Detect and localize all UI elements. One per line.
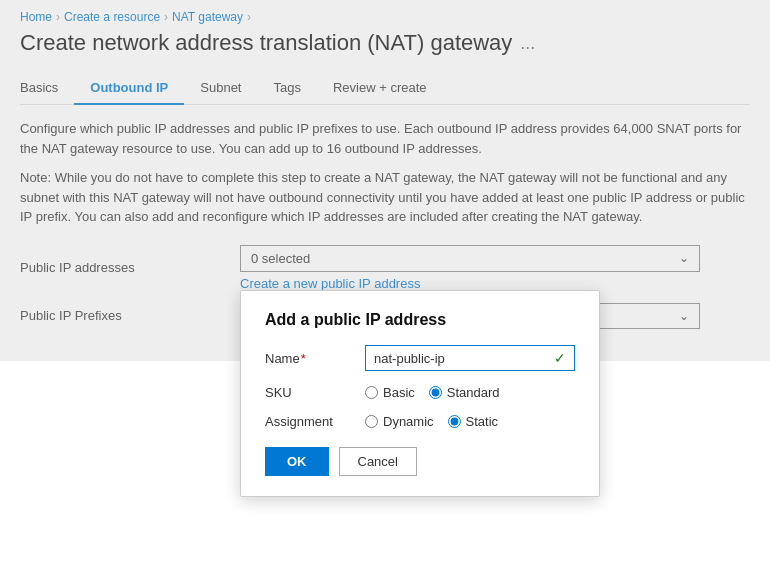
sku-standard-option[interactable]: Standard [429,385,500,400]
dialog-sku-field: SKU Basic Standard [265,385,575,400]
sku-basic-option[interactable]: Basic [365,385,415,400]
sku-standard-label: Standard [447,385,500,400]
assignment-static-label: Static [466,414,499,429]
dialog-actions: OK Cancel [265,447,575,476]
dialog-name-input[interactable]: nat-public-ip ✓ [365,345,575,371]
page-container: Home › Create a resource › NAT gateway ›… [0,0,770,361]
ok-button[interactable]: OK [265,447,329,476]
dialog-title: Add a public IP address [265,311,575,329]
add-public-ip-dialog: Add a public IP address Name* nat-public… [240,290,600,497]
sku-standard-radio[interactable] [429,386,442,399]
dialog-name-field: Name* nat-public-ip ✓ [265,345,575,371]
assignment-radio-group: Dynamic Static [365,414,498,429]
sku-basic-radio[interactable] [365,386,378,399]
sku-radio-group: Basic Standard [365,385,500,400]
assignment-static-option[interactable]: Static [448,414,499,429]
assignment-dynamic-option[interactable]: Dynamic [365,414,434,429]
cancel-button[interactable]: Cancel [339,447,417,476]
assignment-dynamic-radio[interactable] [365,415,378,428]
dialog-name-value: nat-public-ip [374,351,445,366]
sku-basic-label: Basic [383,385,415,400]
assignment-dynamic-label: Dynamic [383,414,434,429]
required-star: * [301,351,306,366]
checkmark-icon: ✓ [554,350,566,366]
dialog-assignment-label: Assignment [265,414,365,429]
assignment-static-radio[interactable] [448,415,461,428]
dialog-sku-label: SKU [265,385,365,400]
dialog-assignment-field: Assignment Dynamic Static [265,414,575,429]
dialog-name-label: Name* [265,351,365,366]
